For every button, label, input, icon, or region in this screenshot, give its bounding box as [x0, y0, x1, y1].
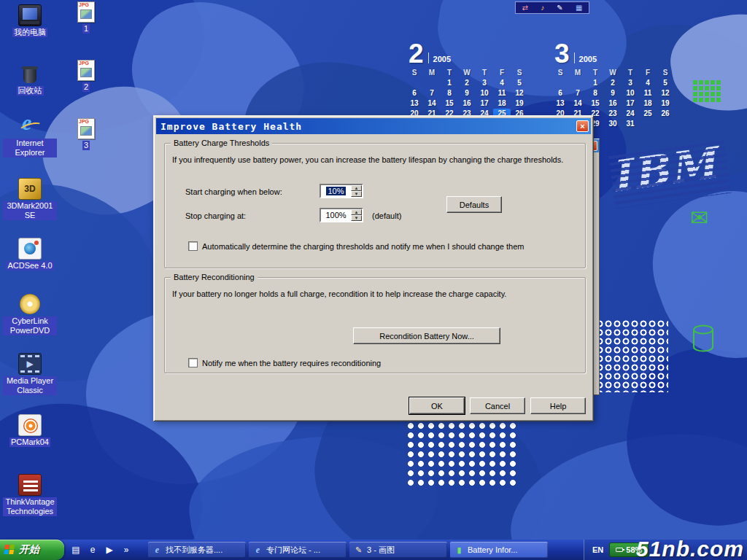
windows-flag-icon — [4, 545, 16, 556]
language-indicator[interactable]: EN — [592, 545, 603, 554]
file-icon-label: 3 — [82, 141, 90, 150]
spin-down-icon: ▼ — [355, 216, 359, 220]
checkbox-box[interactable] — [188, 241, 198, 251]
close-icon: × — [580, 122, 584, 131]
notify-reconditioning-checkbox[interactable]: Notify me when the battery requires reco… — [188, 358, 381, 368]
quick-launch: ▤e▶» — [64, 544, 138, 556]
start-charging-label: Start charging when below: — [185, 187, 282, 196]
dialog-body: Battery Charge Thresholds If you infrequ… — [156, 134, 591, 419]
recondition-battery-button[interactable]: Recondition Battery Now... — [353, 327, 500, 344]
task-buttons: e找不到服务器....e专门网论坛 - ...✎3 - 画图▮Battery I… — [148, 542, 548, 558]
battery-charge-thresholds-group: Battery Charge Thresholds If you infrequ… — [164, 143, 586, 268]
desktop-screen: ✉ IBM ⇄♪✎▦ 2 2005 SMTWTFS123456789101112… — [0, 0, 747, 560]
ie-task-icon: e — [152, 545, 162, 556]
checkbox-label: Automatically determine the charging thr… — [202, 242, 524, 251]
jpg-file-icon: JPG — [77, 60, 95, 81]
show-desktop-icon[interactable]: ▤ — [70, 544, 82, 556]
spin-up-icon: ▲ — [355, 210, 359, 214]
arrows-icon[interactable]: ⇄ — [522, 4, 528, 12]
task-button-2[interactable]: e专门网论坛 - ... — [249, 542, 347, 558]
task-button-3[interactable]: ✎3 - 画图 — [349, 542, 447, 558]
task-button-4[interactable]: ▮Battery Infor... — [450, 542, 548, 558]
default-note: (default) — [372, 211, 401, 220]
file-icon-3[interactable]: JPG3 — [69, 118, 104, 150]
group-title: Battery Charge Thresholds — [171, 139, 272, 148]
task-button-label: 专门网论坛 - ... — [266, 545, 320, 556]
stop-charging-label: Stop charging at: — [185, 211, 246, 220]
ie-task-icon: e — [253, 545, 263, 556]
stop-threshold-spinner[interactable]: 100% ▲ ▼ — [320, 208, 363, 222]
task-button-1[interactable]: e找不到服务器.... — [148, 542, 246, 558]
jpg-badge: JPG — [79, 61, 89, 66]
paint-task-icon: ✎ — [354, 546, 363, 554]
spinner-buttons: ▲ ▼ — [351, 185, 362, 197]
close-button[interactable]: × — [576, 120, 589, 132]
jpg-file-icon: JPG — [77, 1, 95, 23]
task-button-label: 3 - 画图 — [367, 545, 395, 556]
more-toolbars-chevron-icon[interactable]: » — [120, 544, 132, 556]
file-icon-label: 1 — [82, 24, 90, 34]
ok-button[interactable]: OK — [409, 397, 465, 414]
spin-down-button[interactable]: ▼ — [351, 191, 362, 197]
file-icon-label: 2 — [82, 82, 90, 92]
checkbox-box[interactable] — [188, 358, 198, 368]
spinner-value[interactable]: 100% — [321, 209, 351, 221]
spin-down-icon: ▼ — [355, 192, 359, 196]
dialog-button-row: OK Cancel Help — [409, 397, 586, 414]
thresholds-description: If you infrequently use battery power, y… — [172, 155, 563, 164]
dialog-title: Improve Battery Health — [160, 121, 576, 132]
help-button[interactable]: Help — [530, 397, 586, 414]
reconditioning-description: If your battery no longer holds a full c… — [172, 289, 506, 298]
51nb-watermark: 51nb.com — [636, 537, 744, 560]
file-icon-1[interactable]: JPG1 — [69, 1, 104, 34]
task-button-label: 找不到服务器.... — [166, 545, 222, 556]
volume-icon[interactable]: ♪ — [541, 4, 544, 12]
battery-reconditioning-group: Battery Reconditioning If your battery n… — [164, 277, 586, 373]
auto-determine-checkbox[interactable]: Automatically determine the charging thr… — [188, 241, 524, 251]
task-button-label: Battery Infor... — [468, 545, 517, 554]
improve-battery-health-dialog: Improve Battery Health × Battery Charge … — [153, 115, 594, 421]
media-player-quick-icon[interactable]: ▶ — [104, 544, 115, 556]
start-button[interactable]: 开始 — [0, 540, 64, 560]
spinner-buttons: ▲ ▼ — [351, 209, 362, 221]
jpg-file-icon: JPG — [77, 118, 95, 139]
battery-task-icon: ▮ — [454, 546, 464, 554]
dialog-titlebar[interactable]: Improve Battery Health × — [156, 118, 591, 134]
spinner-value[interactable]: 10% — [321, 185, 351, 197]
jpg-badge: JPG — [79, 2, 89, 7]
group-title: Battery Reconditioning — [171, 273, 258, 282]
checkbox-label: Notify me when the battery requires reco… — [202, 359, 381, 368]
start-threshold-spinner[interactable]: 10% ▲ ▼ — [320, 184, 363, 198]
defaults-button[interactable]: Defaults — [446, 196, 502, 213]
battery-icon — [616, 548, 623, 552]
start-threshold-value: 10% — [326, 187, 345, 195]
start-button-label: 开始 — [19, 543, 39, 556]
jpg-badge: JPG — [79, 119, 89, 124]
spin-up-icon: ▲ — [355, 186, 359, 190]
spin-down-button[interactable]: ▼ — [351, 215, 362, 221]
pen-icon[interactable]: ✎ — [557, 4, 562, 12]
spin-up-button[interactable]: ▲ — [351, 209, 362, 215]
taskbar: 开始 ▤e▶» e找不到服务器....e专门网论坛 - ...✎3 - 画图▮B… — [0, 540, 747, 560]
spin-up-button[interactable]: ▲ — [351, 185, 362, 191]
keyboard-icon[interactable]: ▦ — [576, 4, 582, 12]
cancel-button[interactable]: Cancel — [470, 397, 525, 414]
mini-toolbar[interactable]: ⇄♪✎▦ — [515, 1, 589, 14]
ie-quick-launch-icon[interactable]: e — [87, 544, 98, 556]
file-icon-2[interactable]: JPG2 — [69, 60, 104, 92]
stop-threshold-value: 100% — [325, 211, 346, 219]
